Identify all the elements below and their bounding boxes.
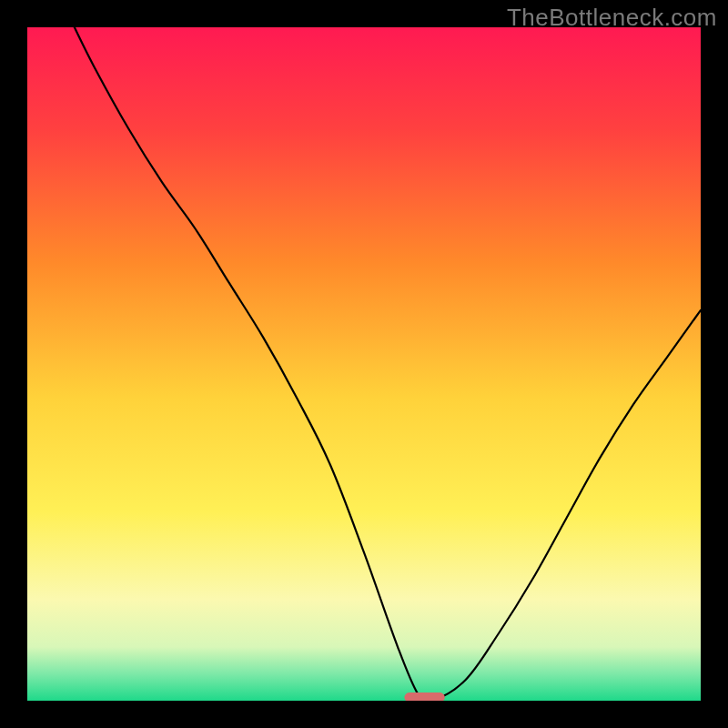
optimal-marker: [404, 693, 444, 701]
watermark-text: TheBottleneck.com: [507, 4, 717, 32]
chart-svg: [27, 27, 701, 701]
plot-area: [27, 27, 701, 701]
chart-container: TheBottleneck.com: [0, 0, 728, 728]
